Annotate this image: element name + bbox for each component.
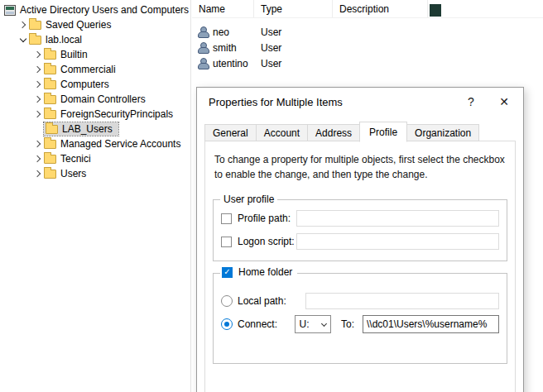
- tree-item-users[interactable]: Users: [0, 166, 190, 181]
- tree-item-root[interactable]: Active Directory Users and Computers: [0, 2, 190, 17]
- chevron-down-icon: [19, 36, 26, 42]
- expand-toggle[interactable]: [31, 64, 44, 75]
- home-folder-group: ✓ Home folder Local path: Connect: U: To…: [213, 273, 507, 364]
- folder-icon: [29, 21, 41, 30]
- list-item-utentino[interactable]: utentino User: [192, 55, 543, 71]
- to-label: To:: [341, 318, 363, 330]
- tab-address[interactable]: Address: [307, 124, 360, 141]
- help-button[interactable]: ?: [457, 89, 485, 114]
- tab-organization[interactable]: Organization: [406, 124, 479, 141]
- folder-icon: [44, 170, 56, 179]
- tree-item-saved-queries[interactable]: Saved Queries: [0, 17, 190, 32]
- expand-toggle[interactable]: [17, 19, 29, 31]
- tree-item-computers[interactable]: Computers: [0, 77, 190, 92]
- connect-radio[interactable]: [221, 318, 233, 330]
- user-icon: [198, 42, 209, 54]
- aduc-window: Active Directory Users and Computers Sav…: [0, 0, 543, 392]
- folder-icon: [44, 80, 56, 89]
- logon-script-label: Logon script:: [238, 236, 296, 247]
- chevron-right-icon: [33, 96, 40, 103]
- list-item-smith[interactable]: smith User: [192, 40, 543, 55]
- column-header-type[interactable]: Type: [254, 0, 333, 17]
- tree-item-label: Active Directory Users and Computers: [20, 4, 191, 16]
- tree-item-tecnici[interactable]: Tecnici: [0, 151, 190, 166]
- list-item-neo[interactable]: neo User: [192, 24, 543, 40]
- tree-item-domain-controllers[interactable]: Domain Controllers: [0, 92, 190, 107]
- drive-letter-dropdown[interactable]: U:: [295, 315, 331, 333]
- logon-script-checkbox[interactable]: [221, 237, 232, 247]
- selected-tree-item[interactable]: LAB_Users: [44, 122, 118, 136]
- home-folder-path-input[interactable]: [363, 315, 499, 333]
- folder-icon: [44, 65, 56, 74]
- list-header: Name Type Description: [192, 0, 543, 18]
- collapse-toggle[interactable]: [17, 34, 29, 45]
- tree-item-label: Builtin: [60, 49, 91, 60]
- expand-toggle[interactable]: [31, 108, 44, 120]
- tree-item-lab-users[interactable]: LAB_Users: [0, 122, 190, 136]
- user-type: User: [254, 58, 333, 69]
- connect-row: Connect: U: To:: [214, 313, 507, 335]
- expand-toggle[interactable]: [31, 168, 44, 179]
- user-name: utentino: [213, 58, 248, 69]
- expand-toggle[interactable]: [31, 49, 44, 60]
- tree-item-commerciali[interactable]: Commerciali: [0, 62, 190, 77]
- home-folder-label: Home folder: [238, 266, 292, 278]
- drive-letter-value: U:: [300, 318, 322, 330]
- tree-item-managed-service-accounts[interactable]: Managed Service Accounts: [0, 136, 190, 151]
- tree-item-label: Commerciali: [60, 64, 119, 75]
- tab-strip: General Account Address Profile Organiza…: [204, 124, 478, 142]
- dialog-titlebar: Properties for Multiple Items ? ✕: [197, 88, 523, 116]
- folder-icon: [44, 50, 56, 60]
- tree-item-label: lab.local: [46, 34, 85, 45]
- expand-toggle[interactable]: [31, 153, 44, 165]
- tree-item-label: Managed Service Accounts: [60, 138, 184, 150]
- folder-icon: [46, 125, 58, 134]
- expand-toggle[interactable]: [31, 138, 44, 150]
- profile-path-checkbox[interactable]: [221, 213, 232, 224]
- chevron-right-icon: [33, 111, 40, 117]
- expand-toggle[interactable]: [31, 79, 44, 90]
- console-tree-panel: Active Directory Users and Computers Sav…: [0, 0, 191, 392]
- tree-item-lab-local[interactable]: lab.local: [0, 32, 190, 47]
- user-type: User: [254, 42, 333, 54]
- tab-general[interactable]: General: [204, 124, 257, 141]
- dark-artifact: [430, 4, 441, 17]
- user-name: neo: [213, 26, 229, 38]
- user-type: User: [254, 26, 333, 38]
- folder-icon: [44, 95, 56, 104]
- column-header-name[interactable]: Name: [192, 0, 254, 17]
- user-icon: [198, 58, 209, 69]
- user-profile-group: User profile Profile path: Logon script:: [213, 199, 507, 261]
- tree-item-label: LAB_Users: [62, 123, 116, 135]
- expand-toggle[interactable]: [31, 93, 44, 105]
- expand-toggle: [31, 123, 44, 135]
- logon-script-input[interactable]: [296, 233, 499, 250]
- chevron-right-icon: [33, 141, 40, 147]
- local-path-input[interactable]: [305, 293, 499, 309]
- tab-description-text: To change a property for multiple object…: [214, 152, 516, 182]
- tree-item-label: Computers: [60, 79, 113, 90]
- profile-path-input[interactable]: [296, 210, 499, 227]
- list-rows: neo User smith User utentino User: [192, 24, 543, 71]
- tree-item-foreign-security-principals[interactable]: ForeignSecurityPrincipals: [0, 107, 190, 122]
- tab-profile[interactable]: Profile: [359, 122, 407, 142]
- tree-item-builtin[interactable]: Builtin: [0, 47, 190, 62]
- folder-icon: [44, 110, 56, 119]
- profile-path-label: Profile path:: [238, 213, 296, 224]
- properties-dialog: Properties for Multiple Items ? ✕ Genera…: [196, 87, 524, 392]
- chevron-right-icon: [33, 81, 40, 88]
- chevron-down-icon: [321, 320, 327, 326]
- chevron-right-icon: [33, 155, 40, 162]
- column-header-description[interactable]: Description: [333, 0, 428, 17]
- user-name: smith: [213, 42, 237, 54]
- active-directory-icon: [4, 5, 16, 16]
- local-path-radio[interactable]: [221, 295, 233, 307]
- profile-path-row: Profile path:: [214, 208, 507, 229]
- tree-item-label: Users: [60, 168, 89, 179]
- tab-account[interactable]: Account: [256, 124, 308, 141]
- home-folder-header: ✓ Home folder: [220, 266, 297, 278]
- chevron-right-icon: [33, 66, 40, 73]
- home-folder-checkbox[interactable]: ✓: [222, 267, 233, 278]
- profile-tab-content: To change a property for multiple object…: [204, 141, 516, 392]
- close-button[interactable]: ✕: [490, 89, 518, 114]
